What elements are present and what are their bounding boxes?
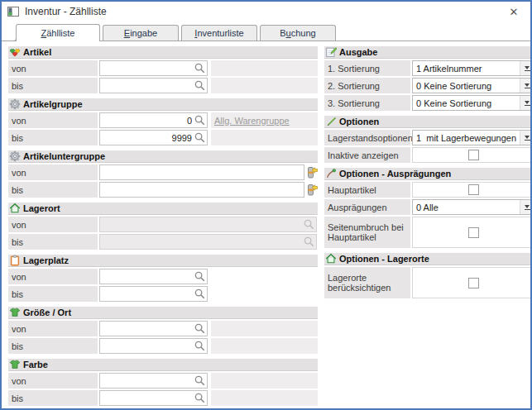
lagerstandsoptionen-value: 1 mit Lagerbewegungen [413, 131, 520, 145]
lagerplatz-von-row: von [8, 269, 318, 284]
chevron-down-icon[interactable] [520, 96, 532, 110]
groesse-ort-von-input[interactable] [100, 322, 207, 336]
section-lagerort: Lagerort von bis [8, 203, 318, 250]
search-icon[interactable] [194, 114, 206, 126]
von-label: von [8, 217, 98, 232]
pencil-icon [325, 116, 337, 127]
groesse-ort-von-panel [211, 321, 318, 336]
section-groesse-ort-header: Größe / Ort [8, 307, 318, 319]
lagerstandsoptionen-dropdown[interactable]: 1 mit Lagerbewegungen [412, 130, 532, 145]
tab-inventurliste[interactable]: Inventurliste [181, 25, 257, 41]
pin-arrow-icon [325, 168, 337, 179]
house-icon [9, 203, 21, 214]
search-icon[interactable] [194, 131, 206, 144]
section-farbe: Farbe von bis [8, 359, 318, 406]
search-icon [303, 236, 315, 248]
hauptartikel-cell [412, 182, 532, 198]
warengruppe-link[interactable]: Allg. Warengruppe [214, 116, 290, 126]
tab-zaehlliste[interactable]: Zählliste [16, 24, 100, 41]
section-title: Größe / Ort [23, 308, 71, 317]
list-assign-icon[interactable] [306, 165, 318, 179]
search-icon[interactable] [194, 79, 206, 92]
artikelgruppe-bis-input[interactable] [100, 131, 207, 145]
list-assign-icon[interactable] [306, 183, 318, 197]
lagerort-bis-input [100, 235, 316, 249]
lagerstandsoptionen-control: 1 mit Lagerbewegungen [412, 130, 532, 145]
bis-label: bis [8, 182, 98, 198]
lagerstandsoptionen-label: Lagerstandsoptionen [324, 130, 410, 145]
filter-column: Artikel von bis [8, 46, 318, 410]
groesse-ort-bis-input[interactable] [100, 339, 207, 353]
tab-eingabe[interactable]: Eingabe [103, 25, 179, 41]
hauptartikel-label: Hauptartikel [324, 182, 410, 198]
artikeluntergruppe-von-input[interactable] [100, 165, 304, 179]
bis-label: bis [8, 78, 98, 93]
chevron-down-icon[interactable] [520, 61, 532, 75]
lagerort-bis-field [99, 234, 317, 250]
artikeluntergruppe-bis-input[interactable] [100, 183, 304, 197]
farbe-bis-input[interactable] [100, 391, 207, 405]
search-icon[interactable] [194, 288, 206, 300]
search-icon[interactable] [194, 374, 206, 387]
farbe-von-input[interactable] [100, 374, 207, 388]
section-artikeluntergruppe: Artikeluntergruppe von bis [8, 150, 318, 198]
close-icon: ✕ [510, 6, 519, 18]
hauptartikel-checkbox[interactable] [468, 184, 479, 195]
search-icon[interactable] [194, 340, 206, 352]
notepad-pencil-icon [325, 46, 337, 58]
artikel-bis-input[interactable] [100, 79, 207, 93]
artikel-von-panel [211, 60, 318, 76]
artikelgruppe-bis-field [99, 130, 208, 145]
section-title: Farbe [23, 360, 48, 369]
artikel-von-input[interactable] [100, 61, 207, 75]
sortierung-1-label: 1. Sortierung [324, 60, 410, 76]
auspraegungen-dropdown[interactable]: 0 Alle [412, 199, 532, 215]
von-label: von [8, 164, 98, 180]
tab-buchung[interactable]: Buchung [260, 25, 336, 41]
sortierung-2-dropdown[interactable]: 0 Keine Sortierung [412, 78, 532, 93]
inaktive-anzeigen-row: Inaktive anzeigen [324, 147, 532, 163]
sortierung-1-dropdown[interactable]: 1 Artikelnummer [412, 60, 532, 76]
artikeluntergruppe-bis-row: bis [8, 182, 318, 198]
search-icon[interactable] [194, 62, 206, 74]
chevron-down-icon[interactable] [520, 200, 532, 214]
section-title: Ausgabe [339, 47, 377, 57]
garment-icon [9, 359, 21, 370]
section-title: Lagerplatz [23, 255, 69, 265]
section-title: Optionen - Lagerorte [339, 254, 429, 264]
seitenumbruch-cell [412, 217, 532, 248]
dialog-content: Artikel von bis [2, 41, 530, 410]
close-button[interactable]: ✕ [502, 3, 525, 20]
von-label: von [8, 112, 98, 128]
section-groesse-ort: Größe / Ort von bis [8, 307, 318, 354]
artikelgruppe-von-input[interactable] [100, 113, 207, 127]
section-title: Artikeluntergruppe [23, 151, 105, 161]
section-artikelgruppe: Artikelgruppe von Allg. Warengruppe bis [8, 98, 318, 145]
lagerplatz-bis-input[interactable] [100, 287, 207, 301]
sortierung-2-control: 0 Keine Sortierung [412, 78, 532, 93]
search-icon[interactable] [194, 392, 206, 404]
sortierung-1-control: 1 Artikelnummer [412, 60, 532, 76]
inaktive-anzeigen-control [412, 147, 532, 163]
inaktive-anzeigen-checkbox[interactable] [468, 150, 479, 160]
lagerplatz-von-field [99, 269, 208, 284]
section-auspraegungen-header: Optionen - Ausprägungen [324, 168, 532, 180]
tab-strip: Zählliste Eingabe Inventurliste Buchung [2, 23, 530, 41]
chevron-down-icon[interactable] [520, 79, 532, 93]
section-title: Optionen [339, 117, 379, 126]
seitenumbruch-row: Seitenumbruch bei Hauptartikel [324, 217, 532, 248]
lagerplatz-von-input[interactable] [100, 269, 207, 284]
farbe-bis-row: bis [8, 390, 318, 406]
section-ausgabe-header: Ausgabe [324, 46, 532, 59]
artikelgruppe-von-panel: Allg. Warengruppe [211, 112, 318, 128]
chevron-down-icon[interactable] [520, 131, 532, 145]
lagerorte-beruecksichtigen-checkbox[interactable] [468, 278, 479, 288]
seitenumbruch-checkbox[interactable] [468, 227, 479, 238]
hearts-icon [9, 46, 21, 58]
sortierung-3-dropdown[interactable]: 0 Keine Sortierung [412, 95, 532, 111]
garment-icon [9, 307, 21, 318]
titlebar: Inventur - Zählliste ✕ [2, 2, 530, 21]
search-icon[interactable] [194, 270, 206, 283]
search-icon[interactable] [194, 322, 206, 335]
auspraegungen-label: Ausprägungen [324, 199, 410, 215]
